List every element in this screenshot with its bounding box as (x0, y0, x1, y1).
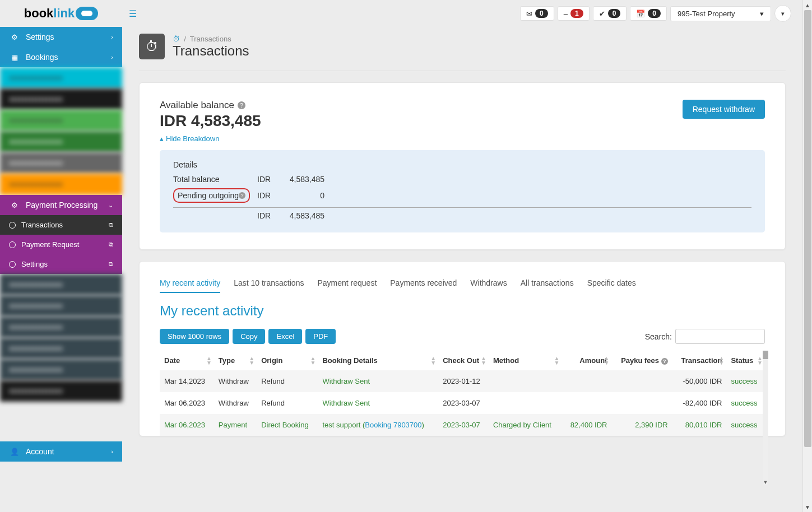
scroll-down-icon[interactable]: ▼ (763, 480, 768, 485)
search-wrap: Search: (645, 329, 765, 344)
detail-value: 4,583,485 (280, 211, 324, 220)
section-title: My recent activity (160, 303, 765, 319)
sidebar: ⚙Settings› ▦Bookings› xxxxxxxxxxxxxxxx x… (0, 0, 122, 512)
calendar-badge[interactable]: 📅0 (630, 6, 667, 21)
cell-type: Withdraw (214, 370, 257, 392)
help-icon[interactable]: ? (661, 358, 668, 365)
sidebar-settings-sub[interactable]: Settings⧉ (0, 254, 122, 274)
sort-icon: ▲▼ (757, 356, 763, 365)
request-withdraw-button[interactable]: Request withdraw (683, 100, 765, 119)
tab-payments-received[interactable]: Payments received (390, 278, 457, 293)
minus-badge[interactable]: –1 (558, 6, 590, 21)
sidebar-blur-item[interactable]: xxxxxxxxxxxxxxxx (0, 274, 122, 295)
cell-amount (562, 392, 611, 414)
sidebar-blur-item[interactable]: xxxxxxxxxxxxxxxx (0, 316, 122, 338)
scroll-down-icon[interactable]: ▼ (803, 502, 812, 512)
external-link-icon: ⧉ (109, 221, 113, 229)
col-booking-details[interactable]: Booking Details▲▼ (318, 351, 438, 370)
pdf-button[interactable]: PDF (305, 329, 336, 344)
sidebar-payment-request[interactable]: Payment Request⧉ (0, 235, 122, 254)
booking-link[interactable]: Booking 7903700 (365, 421, 421, 429)
menu-toggle-icon[interactable]: ☰ (122, 8, 143, 19)
help-icon[interactable]: ? (239, 192, 245, 199)
logo[interactable]: booklink (0, 0, 122, 27)
badge-count: 0 (648, 9, 661, 18)
check-badge[interactable]: ✔0 (593, 6, 627, 21)
tab-all-transactions[interactable]: All transactions (521, 278, 574, 293)
sidebar-blur-item[interactable]: xxxxxxxxxxxxxxxx (0, 67, 122, 89)
sidebar-bookings[interactable]: ▦Bookings› (0, 47, 122, 67)
inbox-badge[interactable]: ✉0 (520, 6, 554, 21)
help-icon[interactable]: ? (238, 101, 245, 109)
gear-icon: ⚙ (9, 33, 20, 41)
sidebar-item-label: Payment Request (21, 240, 79, 249)
table-row: Mar 06,2023 Withdraw Refund Withdraw Sen… (160, 392, 765, 414)
copy-button[interactable]: Copy (233, 329, 265, 344)
sidebar-blur-item[interactable]: xxxxxxxxxxxxxxxx (0, 110, 122, 131)
sidebar-transactions[interactable]: Transactions⧉ (0, 215, 122, 235)
withdraw-link[interactable]: Withdraw Sent (322, 399, 370, 407)
withdraw-link[interactable]: Withdraw Sent (322, 377, 370, 385)
show-1000-rows-button[interactable]: Show 1000 rows (160, 329, 229, 344)
table-scrollbar[interactable]: ▼ (763, 351, 768, 485)
col-checkout[interactable]: Check Out▲▼ (438, 351, 489, 370)
cell-origin: Direct Booking (257, 414, 318, 436)
breadcrumb-home-icon[interactable]: ⏱ (173, 35, 180, 43)
tab-payment-request[interactable]: Payment request (317, 278, 377, 293)
cloud-icon (76, 7, 98, 20)
sort-icon: ▲▼ (604, 356, 610, 365)
col-amount[interactable]: Amount▲▼ (562, 351, 611, 370)
chevron-right-icon: › (111, 448, 113, 455)
cell-checkout: 2023-03-07 (438, 392, 489, 414)
balance-amount: IDR 4,583,485 (160, 112, 261, 130)
detail-currency: IDR (257, 191, 280, 200)
user-dropdown[interactable]: ▾ (774, 5, 791, 22)
detail-currency: IDR (257, 211, 280, 220)
hide-breakdown-link[interactable]: ▴ Hide Breakdown (160, 134, 219, 143)
sidebar-blur-item[interactable]: xxxxxxxxxxxxxxxx (0, 152, 122, 174)
cell-fees (611, 370, 672, 392)
col-method[interactable]: Method▲▼ (489, 351, 562, 370)
tab-specific-dates[interactable]: Specific dates (587, 278, 636, 293)
sidebar-blur-item[interactable]: xxxxxxxxxxxxxxxx (0, 338, 122, 359)
cell-type: Withdraw (214, 392, 257, 414)
page-scrollbar[interactable]: ▲ ▼ (802, 0, 812, 512)
col-transaction[interactable]: Transaction▲▼ (672, 351, 727, 370)
sidebar-blur-item[interactable]: xxxxxxxxxxxxxxxx (0, 89, 122, 110)
cell-transaction: 80,010 IDR (672, 414, 727, 436)
sidebar-blur-item[interactable]: xxxxxxxxxxxxxxxx (0, 174, 122, 195)
col-payku-fees[interactable]: Payku fees ? (611, 351, 672, 370)
tab-my-recent-activity[interactable]: My recent activity (160, 278, 220, 293)
sidebar-blur-item[interactable]: xxxxxxxxxxxxxxxx (0, 359, 122, 380)
col-origin[interactable]: Origin▲▼ (257, 351, 318, 370)
sidebar-payment-processing[interactable]: ⚙Payment Processing⌄ (0, 195, 122, 215)
search-input[interactable] (675, 329, 765, 344)
table-row: Mar 06,2023 Payment Direct Booking test … (160, 414, 765, 436)
sidebar-blur-item[interactable]: xxxxxxxxxxxxxxxx (0, 131, 122, 152)
col-date[interactable]: Date▲▼ (160, 351, 214, 370)
excel-button[interactable]: Excel (268, 329, 302, 344)
tab-last-10-transactions[interactable]: Last 10 transactions (234, 278, 304, 293)
sidebar-settings[interactable]: ⚙Settings› (0, 27, 122, 47)
col-status[interactable]: Status▲▼ (726, 351, 765, 370)
logo-text-2: link (53, 6, 75, 21)
check-icon: ✔ (599, 10, 605, 18)
sidebar-account[interactable]: 👤Account› (0, 441, 122, 462)
sidebar-blur-item[interactable]: xxxxxxxxxxxxxxxx (0, 380, 122, 402)
dashboard-icon: ⏱ (139, 34, 165, 59)
details-row-total-balance: Total balance IDR 4,583,485 (173, 173, 751, 186)
sidebar-blur-item[interactable]: xxxxxxxxxxxxxxxx (0, 295, 122, 316)
scrollbar-thumb[interactable] (804, 10, 811, 447)
chevron-right-icon: › (111, 34, 113, 40)
scroll-up-icon[interactable]: ▲ (803, 0, 812, 10)
logo-text-1: book (24, 6, 54, 21)
balance-header: Available balance ? IDR 4,583,485 ▴ Hide… (160, 100, 765, 143)
sidebar-item-label: Settings (26, 32, 54, 41)
cell-transaction: -82,400 IDR (672, 392, 727, 414)
cell-details: Withdraw Sent (318, 370, 438, 392)
property-select[interactable]: 995-Test Property▾ (670, 6, 771, 21)
topbar-right: ✉0 –1 ✔0 📅0 995-Test Property▾ ▾ (520, 5, 791, 22)
search-label: Search: (645, 332, 672, 341)
col-type[interactable]: Type▲▼ (214, 351, 257, 370)
tab-withdraws[interactable]: Withdraws (470, 278, 507, 293)
